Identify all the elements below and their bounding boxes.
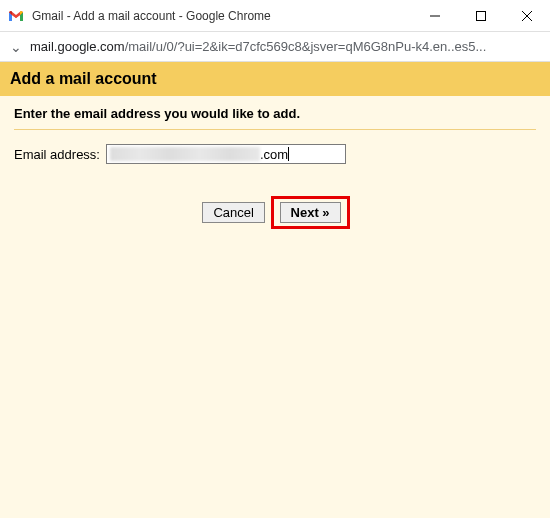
maximize-button[interactable] bbox=[458, 0, 504, 32]
next-button[interactable]: Next » bbox=[280, 202, 341, 223]
email-field-row: Email address: .com bbox=[14, 144, 536, 164]
button-row: Cancel Next » bbox=[14, 196, 536, 229]
svg-rect-1 bbox=[477, 11, 486, 20]
instruction-text: Enter the email address you would like t… bbox=[14, 106, 536, 130]
window-title: Gmail - Add a mail account - Google Chro… bbox=[32, 9, 412, 23]
page-header: Add a mail account bbox=[0, 62, 550, 96]
minimize-button[interactable] bbox=[412, 0, 458, 32]
email-label: Email address: bbox=[14, 147, 100, 162]
page-body: Enter the email address you would like t… bbox=[0, 96, 550, 239]
highlight-annotation: Next » bbox=[271, 196, 350, 229]
chevron-down-icon: ⌄ bbox=[10, 39, 22, 55]
window-titlebar: Gmail - Add a mail account - Google Chro… bbox=[0, 0, 550, 32]
page-title: Add a mail account bbox=[10, 70, 540, 88]
gmail-icon bbox=[8, 8, 24, 24]
address-bar[interactable]: ⌄ mail.google.com/mail/u/0/?ui=2&ik=d7cf… bbox=[0, 32, 550, 62]
window-controls bbox=[412, 0, 550, 32]
email-input[interactable]: .com bbox=[106, 144, 346, 164]
text-cursor bbox=[288, 147, 289, 161]
cancel-button[interactable]: Cancel bbox=[202, 202, 264, 223]
close-button[interactable] bbox=[504, 0, 550, 32]
email-suffix: .com bbox=[260, 147, 288, 162]
url-text: mail.google.com/mail/u/0/?ui=2&ik=d7cfc5… bbox=[30, 39, 540, 54]
redacted-text bbox=[110, 147, 260, 161]
page-content: Add a mail account Enter the email addre… bbox=[0, 62, 550, 518]
